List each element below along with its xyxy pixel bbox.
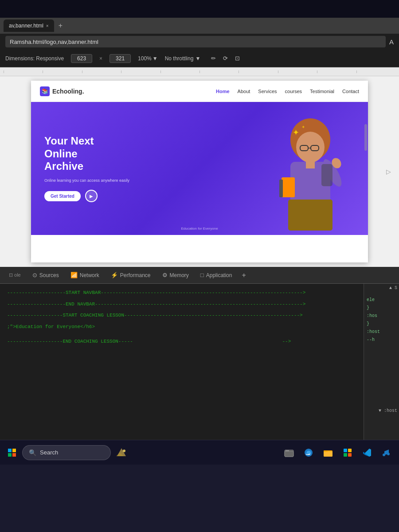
nav-testimonial[interactable]: Testimonial [310,89,334,94]
site-nav-links: Home About Services courses Testimonial … [216,89,359,94]
svg-text:✦: ✦ [301,125,305,129]
svg-point-36 [383,454,385,456]
svg-text:✦: ✦ [293,128,299,137]
nav-courses[interactable]: courses [285,89,302,94]
hero-bottom-text: Education for Everyone [181,227,218,231]
hero-buttons: Get Started ▶ [44,190,266,202]
dimension-x: × [99,55,102,62]
tab-network-label: Network [80,272,99,278]
devtools-tabs: ⊡ ole ⊙ Sources 📶 Network ⚡ Performance … [0,267,399,284]
ruler-tick [278,70,317,73]
performance-icon: ⚡ [111,272,118,278]
code-panel: --------------------START NAVBAR--------… [0,284,399,440]
code-line-navbar-end: --------------------END NAVBAR----------… [0,300,399,309]
zoom-button[interactable]: 100% ▼ [138,55,158,62]
nav-services[interactable]: Services [258,89,277,94]
svg-rect-31 [344,453,347,457]
hero-title: Your Next Online Archive [44,135,266,173]
folder-icon [323,448,333,458]
address-bar-icons: A [389,38,394,46]
hero-subtitle: Online learning you can access anywhere … [44,178,266,183]
application-icon: □ [200,272,204,278]
sidebar-scroll-down[interactable]: ▼ :host [379,408,397,413]
nav-contact[interactable]: Contact [342,89,359,94]
svg-rect-18 [12,453,16,457]
refresh-icon[interactable]: ⟳ [223,55,228,62]
play-button[interactable]: ▶ [85,190,98,202]
svg-rect-6 [306,160,315,168]
sidebar-scroll-up[interactable]: ▲ S [389,286,397,290]
width-input[interactable] [71,54,92,63]
active-tab[interactable]: av,banner.html × [4,20,54,32]
height-input[interactable] [110,54,131,63]
devtools-sidebar-panel: ▲ S ele } :hos } :host --h ▼ :host [364,284,399,440]
get-started-button[interactable]: Get Started [44,191,81,201]
svg-rect-11 [279,180,283,197]
ruler-tick [200,70,239,73]
taskbar-grid-button[interactable] [340,445,356,461]
taskbar-files-button[interactable] [281,445,297,461]
files-icon [284,448,294,458]
ruler-tick [43,70,82,73]
svg-rect-23 [285,451,293,457]
tab-memory-label: Memory [170,272,189,278]
tab-network[interactable]: 📶 Network [65,269,105,281]
address-input[interactable] [5,36,386,47]
pencil-icon[interactable]: ✏ [211,55,216,62]
tab-application[interactable]: □ Application [195,269,238,281]
preview-area: 📚 Echooling. Home About Services courses… [0,76,399,267]
nav-about[interactable]: About [238,89,250,94]
devtools-add-tab-button[interactable]: + [238,270,249,281]
taskbar-location-button[interactable] [113,445,129,461]
svg-rect-10 [282,177,295,197]
svg-rect-16 [12,449,16,452]
svg-rect-7 [288,200,332,231]
ruler-tick [121,70,160,73]
snapshot-icon[interactable]: ⊡ [235,55,240,62]
tab-memory[interactable]: ⚙ Memory [157,269,194,281]
windows-icon [8,449,16,457]
tab-sources[interactable]: ⊙ Sources [27,269,64,281]
sidebar-line-1: ele [367,296,396,304]
preview-expand-icon[interactable]: ▷ [386,168,391,175]
taskbar-right-icons [281,445,395,461]
taskbar-vscode-button[interactable] [359,445,375,461]
dimensions-label[interactable]: Dimensions: Responsive [5,55,64,62]
taskbar: 🔍 Search [0,440,399,465]
audio-icon [382,448,391,458]
hero-scrollbar [364,124,367,151]
svg-rect-17 [8,453,12,457]
new-tab-button[interactable]: + [56,21,65,31]
tab-console[interactable]: ⊡ ole [4,270,26,281]
svg-rect-30 [348,449,352,452]
code-line-h6: ;">Education for Everyone</h6> [0,322,399,332]
start-button[interactable] [4,447,20,458]
tab-sources-label: Sources [39,272,59,278]
grid-icon [343,448,352,458]
taskbar-search-box[interactable]: 🔍 Search [22,445,111,460]
logo-icon: 📚 [40,86,50,96]
code-line-coaching-start: -------------------START COACHING LESSON… [0,311,399,321]
svg-point-21 [123,450,125,452]
tab-close-button[interactable]: × [46,23,49,28]
nav-home[interactable]: Home [216,89,230,94]
taskbar-search-icon: 🔍 [29,449,36,456]
tab-application-label: Application [206,272,232,278]
website-frame: 📚 Echooling. Home About Services courses… [31,81,368,262]
devtools-responsive-toolbar: Dimensions: Responsive × 100% ▼ No throt… [0,50,399,67]
taskbar-folder-button[interactable] [320,445,336,461]
hero-image-area: ✦ ✦ [266,106,355,231]
throttle-button[interactable]: No throttling ▼ [165,55,201,62]
taskbar-audio-button[interactable] [379,445,395,461]
address-bar: A [0,34,399,50]
sidebar-line-2: } [367,304,396,312]
student-figure: ✦ ✦ [277,115,344,231]
tab-performance[interactable]: ⚡ Performance [106,269,156,281]
svg-rect-28 [324,450,328,452]
code-line-navbar-start: --------------------START NAVBAR--------… [0,288,399,298]
ruler-tick [82,70,121,73]
taskbar-browser-button[interactable] [301,445,317,461]
code-line-coaching-end: -------------------END COACHING LESSON--… [0,337,399,347]
svg-rect-24 [286,450,289,451]
mountain-icon [115,446,128,459]
